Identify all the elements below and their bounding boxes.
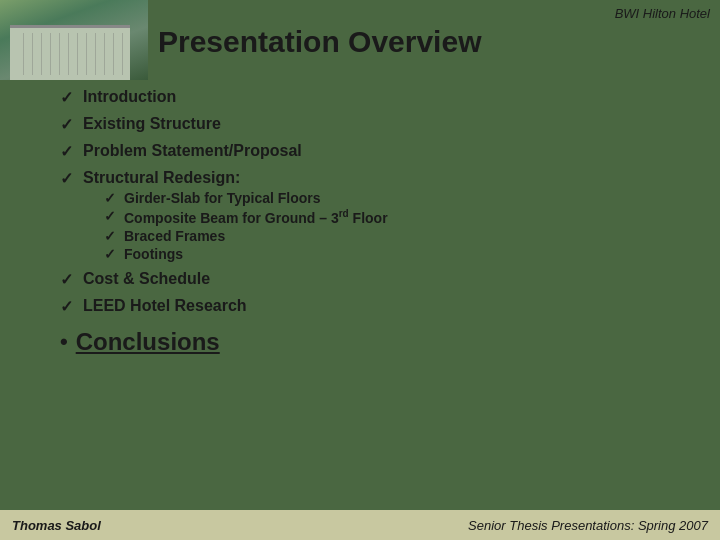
sub-item-girder-label: Girder-Slab for Typical Floors (124, 190, 321, 206)
hotel-building-shape (10, 25, 130, 80)
conclusions-bullet: • (60, 329, 68, 355)
item-cost-schedule: ✓ Cost & Schedule (60, 270, 680, 289)
item-cost-label: Cost & Schedule (83, 270, 210, 288)
item-structural-label: Structural Redesign: (83, 169, 240, 187)
checkmark-2: ✓ (60, 115, 73, 134)
slide: BWI Hilton Hotel Presentation Overview ✓… (0, 0, 720, 540)
slide-footer: Thomas Sabol Senior Thesis Presentations… (0, 510, 720, 540)
item-leed-label: LEED Hotel Research (83, 297, 247, 315)
content-area: ✓ Introduction ✓ Existing Structure ✓ Pr… (0, 80, 720, 510)
conclusions-label: Conclusions (76, 328, 220, 356)
item-structural-redesign: ✓ Structural Redesign: (60, 169, 680, 188)
checkmark-1: ✓ (60, 88, 73, 107)
sub-item-braced: ✓ Braced Frames (104, 228, 680, 244)
sub-item-composite-label: Composite Beam for Ground – 3rd Floor (124, 208, 388, 226)
sub-item-girder: ✓ Girder-Slab for Typical Floors (104, 190, 680, 206)
sub-item-composite: ✓ Composite Beam for Ground – 3rd Floor (104, 208, 680, 226)
header-text-area: BWI Hilton Hotel Presentation Overview (148, 0, 720, 80)
sub-checkmark-4: ✓ (104, 246, 116, 262)
item-introduction-label: Introduction (83, 88, 176, 106)
item-introduction: ✓ Introduction (60, 88, 680, 107)
sub-item-footings: ✓ Footings (104, 246, 680, 262)
item-problem-statement: ✓ Problem Statement/Proposal (60, 142, 680, 161)
item-existing-label: Existing Structure (83, 115, 221, 133)
hotel-photo (0, 0, 148, 80)
sub-item-braced-label: Braced Frames (124, 228, 225, 244)
sub-items-list: ✓ Girder-Slab for Typical Floors ✓ Compo… (104, 190, 680, 264)
checkmark-4: ✓ (60, 169, 73, 188)
checkmark-3: ✓ (60, 142, 73, 161)
slide-header: BWI Hilton Hotel Presentation Overview (0, 0, 720, 80)
sub-checkmark-2: ✓ (104, 208, 116, 224)
item-leed: ✓ LEED Hotel Research (60, 297, 680, 316)
item-existing-structure: ✓ Existing Structure (60, 115, 680, 134)
footer-event: Senior Thesis Presentations: Spring 2007 (468, 518, 708, 533)
footer-author: Thomas Sabol (12, 518, 101, 533)
sub-checkmark-1: ✓ (104, 190, 116, 206)
item-problem-label: Problem Statement/Proposal (83, 142, 302, 160)
presentation-title: Presentation Overview (158, 25, 710, 58)
checkmark-6: ✓ (60, 297, 73, 316)
checkmark-5: ✓ (60, 270, 73, 289)
sub-checkmark-3: ✓ (104, 228, 116, 244)
bwi-title: BWI Hilton Hotel (158, 6, 710, 21)
conclusions-item: • Conclusions (60, 328, 680, 356)
sub-item-footings-label: Footings (124, 246, 183, 262)
hotel-image-bg (0, 0, 148, 80)
